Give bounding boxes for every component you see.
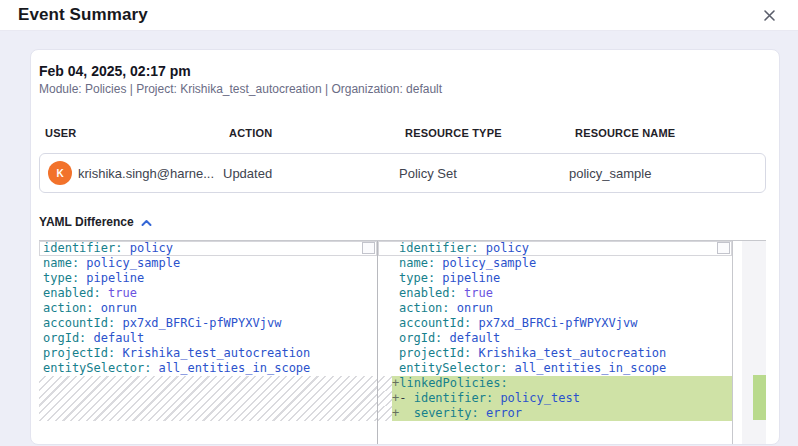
event-context: Module: Policies | Project: Krishika_tes…	[39, 82, 771, 97]
scrollbar-slider-left[interactable]	[362, 242, 375, 254]
column-resource-type: RESOURCE TYPE	[405, 127, 575, 140]
resource-type-value: Policy Set	[399, 166, 569, 181]
yaml-difference-toggle[interactable]: YAML Difference	[39, 213, 152, 231]
close-icon	[763, 10, 776, 25]
event-card: Feb 04, 2025, 02:17 pm Module: Policies …	[30, 49, 780, 445]
dialog-body: Feb 04, 2025, 02:17 pm Module: Policies …	[0, 31, 798, 446]
yaml-difference-label: YAML Difference	[39, 215, 134, 230]
diff-pane-original[interactable]: identifier: policyname: policy_sampletyp…	[39, 241, 378, 445]
event-table: USER ACTION RESOURCE TYPE RESOURCE NAME …	[39, 127, 766, 193]
user-cell: K krishika.singh@harne...	[40, 161, 223, 185]
chevron-up-icon	[141, 213, 152, 231]
event-timestamp: Feb 04, 2025, 02:17 pm	[39, 63, 771, 80]
column-user: USER	[45, 127, 229, 140]
close-button[interactable]	[761, 7, 778, 24]
diff-overview-ruler[interactable]	[742, 241, 766, 445]
user-name: krishika.singh@harne...	[78, 166, 214, 181]
yaml-diff-view: identifier: policyname: policy_sampletyp…	[39, 240, 766, 445]
page-title: Event Summary	[18, 5, 148, 25]
diff-pane-modified[interactable]: identifier: policyname: policy_sampletyp…	[378, 241, 733, 445]
avatar: K	[48, 161, 72, 185]
column-resource-name: RESOURCE NAME	[575, 127, 766, 140]
diff-added-lines: +linkedPolicies:+- identifier: policy_te…	[378, 376, 732, 421]
column-action: ACTION	[229, 127, 405, 140]
resource-name-value: policy_sample	[569, 166, 765, 181]
diff-change-marker	[753, 375, 766, 420]
dialog-header: Event Summary	[0, 0, 798, 31]
action-value: Updated	[223, 166, 399, 181]
table-row: K krishika.singh@harne... Updated Policy…	[39, 153, 766, 193]
table-header: USER ACTION RESOURCE TYPE RESOURCE NAME	[39, 127, 766, 140]
diff-spacer-hatch	[39, 376, 377, 421]
scrollbar-slider-right[interactable]	[717, 242, 730, 254]
